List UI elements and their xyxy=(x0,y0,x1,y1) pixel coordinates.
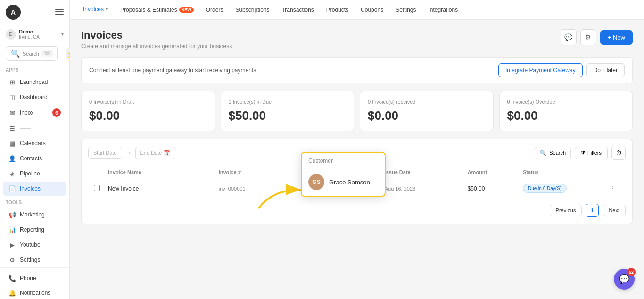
sidebar-item-label: Dashboard xyxy=(20,94,48,100)
nav-orders[interactable]: Orders xyxy=(200,3,229,17)
stat-draft: 0 Invoice(s) in Draft $0.00 xyxy=(81,91,215,131)
stat-draft-label: 0 Invoice(s) in Draft xyxy=(89,99,207,105)
start-date-input[interactable]: Start Date xyxy=(88,147,122,159)
nav-label: Settings xyxy=(396,7,416,13)
search-shortcut: ⌘K xyxy=(41,50,53,57)
sidebar: A D Demo Irvine, CA ▾ 🔍 Search ⌘K ⚡ Apps… xyxy=(0,0,70,299)
menu-icon[interactable] xyxy=(55,9,64,16)
notifications-icon: 🔔 xyxy=(8,289,16,297)
main-area: Invoices ▾ Proposals & Estimates NEW Ord… xyxy=(70,0,644,299)
new-invoice-button[interactable]: + New xyxy=(600,30,633,45)
row-checkbox[interactable] xyxy=(94,185,100,191)
tools-section-label: Tools xyxy=(0,196,69,207)
search-row: 🔍 Search ⌘K ⚡ xyxy=(0,43,69,64)
youtube-icon: ▶ xyxy=(8,241,16,249)
nav-transactions[interactable]: Transactions xyxy=(276,3,319,17)
invoice-amount-cell: $50.00 xyxy=(468,185,523,192)
sidebar-item-label: Phone xyxy=(20,275,36,282)
phone-icon: 📞 xyxy=(8,274,16,282)
start-date-label: Start Date xyxy=(93,150,117,156)
dashboard-icon: ◫ xyxy=(8,93,16,101)
sidebar-search[interactable]: 🔍 Search ⌘K xyxy=(7,46,58,61)
col-status: Status xyxy=(523,169,606,175)
org-location: Irvine, CA xyxy=(19,34,40,40)
calendars-icon: ▦ xyxy=(8,140,16,147)
integrate-payment-button[interactable]: Integrate Payment Gateway xyxy=(498,63,583,77)
search-icon: 🔍 xyxy=(540,150,546,156)
nav-subscriptions[interactable]: Subscriptions xyxy=(230,3,275,17)
page-number: 1 xyxy=(586,204,599,217)
sidebar-item-marketing[interactable]: 📢 Marketing xyxy=(3,208,66,222)
org-avatar: D xyxy=(6,29,16,40)
next-button[interactable]: Next xyxy=(603,205,626,216)
col-amount: Amount xyxy=(468,169,523,175)
page-subtitle: Create and manage all invoices generated… xyxy=(81,43,561,50)
stat-received-label: 0 Invoice(s) received xyxy=(368,99,486,105)
sidebar-item-calendars[interactable]: ▦ Calendars xyxy=(3,136,66,150)
table-footer: Previous 1 Next xyxy=(88,198,626,217)
reporting-icon: 📊 xyxy=(8,226,16,233)
sidebar-item-pipeline[interactable]: ◈ Pipeline xyxy=(3,166,66,181)
nav-integrations[interactable]: Integrations xyxy=(423,3,464,17)
history-button[interactable]: ⏱ xyxy=(611,146,626,160)
sidebar-item-label: Notifications xyxy=(20,290,50,296)
table-header: Invoice Name Invoice # Customer Issue Da… xyxy=(88,166,626,179)
chat-bubble[interactable]: 💬 52 xyxy=(614,269,635,290)
contacts-icon: 👤 xyxy=(8,155,16,162)
settings-icon: ⚙ xyxy=(8,256,16,264)
sidebar-item-notifications[interactable]: 🔔 Notifications xyxy=(3,286,66,299)
stat-due: 1 Invoice(s) in Due $50.00 xyxy=(221,91,355,131)
sidebar-item-dashboard[interactable]: ◫ Dashboard xyxy=(3,90,66,104)
nav-chevron-icon: ▾ xyxy=(106,7,108,12)
marketing-icon: 📢 xyxy=(8,211,16,218)
sidebar-item-inbox[interactable]: ✉ Inbox 6 xyxy=(3,105,66,120)
org-chevron-icon: ▾ xyxy=(61,32,64,37)
sidebar-item-youtube[interactable]: ▶ Youtube xyxy=(3,238,66,252)
status-badge: Due in 6 Day(S) xyxy=(523,184,567,193)
nav-label: Proposals & Estimates xyxy=(120,7,177,13)
date-arrow-icon: → xyxy=(126,150,132,156)
nav-proposals[interactable]: Proposals & Estimates NEW xyxy=(115,3,199,17)
nav-label: Orders xyxy=(206,7,223,13)
invoice-status-cell: Due in 6 Day(S) xyxy=(523,184,606,193)
banner-text: Connect at least one payment gateway to … xyxy=(89,67,498,74)
nav-invoices[interactable]: Invoices ▾ xyxy=(77,2,114,17)
previous-button[interactable]: Previous xyxy=(550,205,582,216)
col-issue-date: Issue Date xyxy=(385,169,468,175)
nav-label: Products xyxy=(326,7,348,13)
sidebar-item-reporting[interactable]: 📊 Reporting xyxy=(3,223,66,237)
nav-products[interactable]: Products xyxy=(321,3,354,17)
filters-label: Filters xyxy=(587,150,602,156)
org-switcher[interactable]: D Demo Irvine, CA ▾ xyxy=(0,25,69,43)
sidebar-item-phone[interactable]: 📞 Phone xyxy=(3,271,66,285)
invoices-table-area: Start Date → End Date 📅 🔍 Search ⧩ Filte… xyxy=(81,139,633,224)
nav-label: Integrations xyxy=(429,7,458,13)
sidebar-item-settings[interactable]: ⚙ Settings xyxy=(3,253,66,267)
nav-coupons[interactable]: Coupons xyxy=(355,3,389,17)
gear-button[interactable]: ⚙ xyxy=(580,29,596,45)
filters-button[interactable]: ⧩ Filters xyxy=(575,147,608,159)
sidebar-item-unknown[interactable]: ☰ —— xyxy=(3,121,66,135)
sidebar-item-launchpad[interactable]: ⊞ Launchpad xyxy=(3,75,66,89)
nav-label: Subscriptions xyxy=(235,7,269,13)
invoice-name-cell: New Invoice xyxy=(108,185,219,192)
sidebar-item-invoices[interactable]: 📄 Invoices xyxy=(3,182,66,196)
row-action-menu[interactable]: ⋮ xyxy=(606,185,620,192)
invoices-icon: 📄 xyxy=(8,185,16,192)
inbox-badge: 6 xyxy=(52,108,61,117)
table-search[interactable]: 🔍 Search xyxy=(535,147,571,159)
end-date-input[interactable]: End Date 📅 xyxy=(135,147,176,159)
chat-badge: 52 xyxy=(627,268,636,276)
apps-section-label: Apps xyxy=(0,64,69,75)
do-later-button[interactable]: Do it later xyxy=(586,63,625,77)
sidebar-item-contacts[interactable]: 👤 Contacts xyxy=(3,151,66,166)
nav-settings[interactable]: Settings xyxy=(390,3,421,17)
sidebar-item-label: Contacts xyxy=(20,155,42,162)
history-icon: ⏱ xyxy=(616,150,622,157)
sidebar-item-label: Youtube xyxy=(20,241,41,248)
col-invoice-name: Invoice Name xyxy=(108,169,219,175)
content-area: Invoices Create and manage all invoices … xyxy=(70,20,644,299)
sidebar-top: A xyxy=(0,0,69,25)
comment-button[interactable]: 💬 xyxy=(561,29,577,45)
stat-received-value: $0.00 xyxy=(368,108,486,123)
